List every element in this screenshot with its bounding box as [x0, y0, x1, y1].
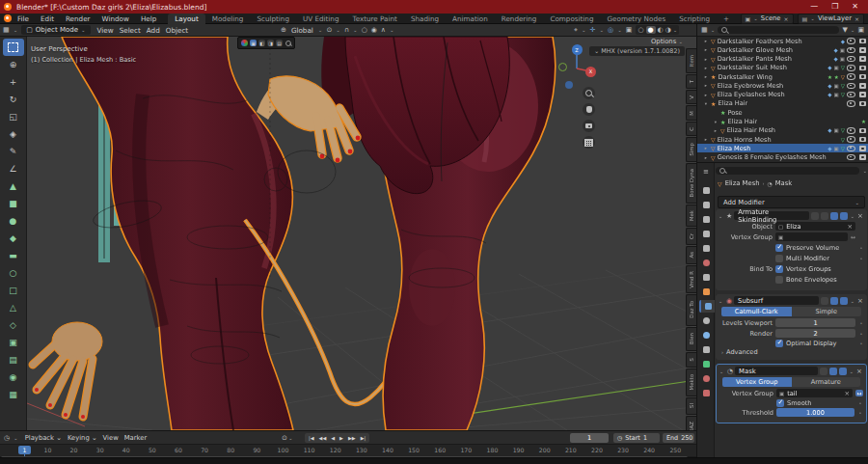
properties-tab-particles[interactable] [699, 314, 713, 327]
sidebar-tab-vmd-r[interactable]: Vmd R [686, 265, 696, 293]
visibility-eye-icon[interactable] [847, 154, 855, 161]
tool-icon[interactable]: ◨ [267, 40, 274, 46]
zoom-tool-icon[interactable] [285, 40, 291, 46]
solid-shading-icon[interactable]: ● [646, 26, 656, 34]
expand-icon[interactable]: ▸ [703, 66, 709, 70]
add-circle-tool[interactable]: ◇ [3, 316, 24, 334]
preserve-volume-checkbox[interactable] [775, 244, 783, 252]
expand-icon[interactable]: ▸ [703, 57, 709, 62]
outliner-item-eliza-mesh[interactable]: ▸▽Eliza Mesh◆▣▽ [697, 144, 868, 152]
expand-icon[interactable]: ▸ [703, 146, 709, 150]
scene-selector[interactable]: ▣ ⌄ Scene × [741, 14, 794, 24]
properties-tab-texture[interactable] [699, 387, 713, 399]
clear-icon[interactable]: × [844, 390, 850, 397]
realtime-toggle[interactable] [830, 212, 838, 220]
render-visibility-icon[interactable] [859, 47, 866, 53]
outliner-item-eliza-hair[interactable]: ▾★Eliza Hair★ [697, 117, 868, 125]
expand-icon[interactable]: ▾ [713, 120, 719, 124]
expand-icon[interactable]: ▸ [703, 155, 709, 160]
extras-menu-icon[interactable]: ⌄ [849, 368, 854, 374]
extras-menu-icon[interactable]: ⌄ [850, 213, 854, 219]
timeline-menu-marker[interactable]: Marker [122, 434, 150, 442]
gizmo-y-axis[interactable] [558, 63, 567, 71]
workspace-tab-shading[interactable]: Shading [404, 14, 446, 24]
pivot-point-icon[interactable]: ⊙ [326, 26, 332, 34]
timeline-menu-playback[interactable]: Playback ⌄ [22, 434, 65, 442]
delete-modifier-icon[interactable]: × [855, 368, 863, 375]
invert-vertex-group-icon[interactable]: ↔ [851, 233, 855, 240]
workspace-tab-scripting[interactable]: Scripting [672, 14, 717, 24]
bind-vertex-groups-checkbox[interactable] [775, 265, 783, 273]
viewlayer-selector[interactable]: ▤ ⌄ ViewLayer × [798, 14, 864, 24]
delete-modifier-icon[interactable]: × [856, 297, 864, 305]
expand-icon[interactable]: ▸ [713, 128, 719, 133]
delete-modifier-icon[interactable]: × [856, 212, 864, 220]
add-camera-tool[interactable]: ◉ [3, 368, 24, 386]
3d-viewport[interactable]: User Perspective (1) Collection | Eliza … [27, 37, 696, 430]
render-visibility-icon[interactable] [859, 101, 866, 107]
advanced-section[interactable]: › Advanced [716, 347, 867, 357]
mhx-panel-header[interactable]: ⌄ MHX (version 1.7.1.0082) [589, 46, 685, 56]
sidebar-tab-item[interactable]: Item [686, 48, 696, 73]
new-collection-icon[interactable]: ▣ [857, 26, 864, 34]
sidebar-tab-s[interactable]: S [686, 352, 696, 367]
workspace-tab-rendering[interactable]: Rendering [495, 14, 544, 24]
editor-type-icon[interactable]: ▦ [3, 26, 10, 34]
workspace-tab-animation[interactable]: Animation [446, 14, 495, 24]
sidebar-tab-si[interactable]: SI [686, 397, 696, 416]
properties-tab-object-data[interactable] [699, 358, 713, 370]
outliner-item-pose[interactable]: ★Pose [697, 108, 868, 117]
outliner-item-eliza-eyebrows-mesh[interactable]: ▸▽Eliza Eyebrows Mesh◆▣▽ [697, 81, 868, 90]
add-empty-tool[interactable]: ▣ [3, 334, 24, 351]
render-visibility-icon[interactable] [859, 92, 866, 97]
animate-dot[interactable]: • [857, 400, 863, 406]
expand-icon[interactable]: ▸ [703, 93, 709, 97]
edit-mode-toggle[interactable] [821, 297, 828, 305]
animate-dot[interactable]: • [857, 410, 863, 416]
rotate-tool[interactable]: ↻ [3, 91, 24, 108]
visibility-eye-icon[interactable] [847, 100, 855, 107]
modifier-name-field[interactable]: Subsurf [734, 296, 819, 305]
properties-tab-modifiers[interactable] [699, 300, 715, 313]
end-frame-field[interactable]: End 250 [663, 433, 694, 443]
mask-vertex-group-field[interactable]: ▣ tail × [776, 389, 853, 397]
workspace-tab-layout[interactable]: Layout [168, 14, 204, 24]
scale-tool[interactable]: ◱ [3, 108, 24, 125]
visibility-eye-icon[interactable] [847, 38, 855, 44]
cage-toggle[interactable] [821, 212, 828, 220]
optimal-display-checkbox[interactable] [775, 340, 783, 347]
unlink-icon[interactable]: × [784, 15, 789, 22]
breadcrumb-modifier[interactable]: Mask [775, 179, 793, 187]
edit-mode-toggle[interactable] [811, 212, 819, 220]
outliner-search-input[interactable] [718, 26, 839, 34]
modifier-name-field[interactable]: Mask [735, 367, 818, 375]
properties-search-input[interactable] [716, 167, 859, 175]
option-vertex-group[interactable]: Vertex Group [722, 377, 792, 387]
animate-dot[interactable]: • [858, 320, 864, 326]
sidebar-tab-mekto[interactable]: Mekto [686, 368, 696, 396]
outliner-item-darkstalker-glove-mesh[interactable]: ▸▽Darkstalker Glove Mesh◆▣ [697, 45, 868, 54]
workspace-tab-uv-editing[interactable]: UV Editing [296, 14, 346, 24]
playhead[interactable]: 1 [18, 446, 31, 454]
sidebar-tab-m[interactable]: M [686, 105, 696, 120]
minimize-button[interactable]: — [810, 0, 818, 14]
properties-tab-object[interactable] [699, 286, 713, 298]
transform-tool[interactable]: ◈ [3, 125, 24, 143]
gizmos-icon[interactable]: ✛ [590, 26, 596, 34]
render-visibility-icon[interactable] [859, 74, 866, 80]
orientation-selector[interactable]: Global [290, 26, 314, 35]
sidebar-tab-daz-to[interactable]: Daz To [686, 294, 696, 325]
menu-window[interactable]: Window [96, 14, 135, 23]
animate-dot[interactable]: • [858, 245, 864, 251]
outliner-item-eliza-eyelashes-mesh[interactable]: ▸▽Eliza Eyelashes Mesh◆▣▽ [697, 91, 868, 99]
clear-icon[interactable]: × [847, 223, 853, 231]
visibility-eye-icon[interactable] [847, 92, 855, 98]
workspace-tab-geometry-nodes[interactable]: Geometry Nodes [601, 14, 673, 24]
breadcrumb-object[interactable]: Eliza Mesh [725, 179, 760, 187]
remove-icon[interactable]: × [854, 15, 859, 22]
sidebar-tab-daz[interactable]: DAZ [686, 416, 696, 430]
proportional-editing-icon[interactable]: ○ [362, 26, 367, 34]
visibility-eye-icon[interactable] [847, 47, 855, 54]
option-catmull-clark[interactable]: Catmull-Clark [721, 307, 792, 316]
properties-tab-view-layer[interactable] [699, 228, 713, 240]
